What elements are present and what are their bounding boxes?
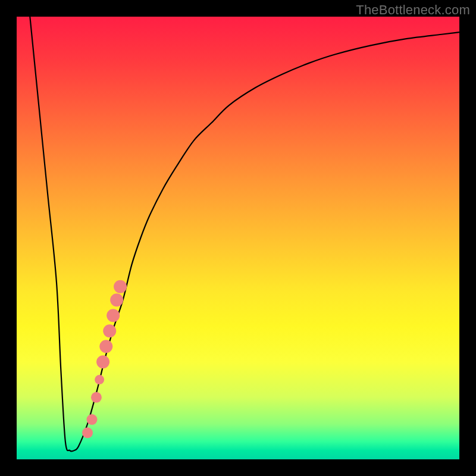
watermark-text: TheBottleneck.com <box>356 2 470 18</box>
data-marker <box>86 414 97 425</box>
bottleneck-curve-svg <box>17 17 459 459</box>
data-marker <box>107 309 120 322</box>
bottleneck-curve <box>30 17 459 452</box>
data-marker <box>114 280 127 293</box>
data-markers <box>82 280 127 439</box>
data-marker <box>96 355 109 368</box>
data-marker <box>91 392 102 403</box>
data-marker <box>82 427 93 438</box>
data-marker <box>95 375 104 384</box>
plot-area <box>17 17 459 459</box>
chart-frame: TheBottleneck.com <box>0 0 476 476</box>
data-marker <box>99 340 112 353</box>
data-marker <box>110 293 123 306</box>
data-marker <box>103 324 116 337</box>
